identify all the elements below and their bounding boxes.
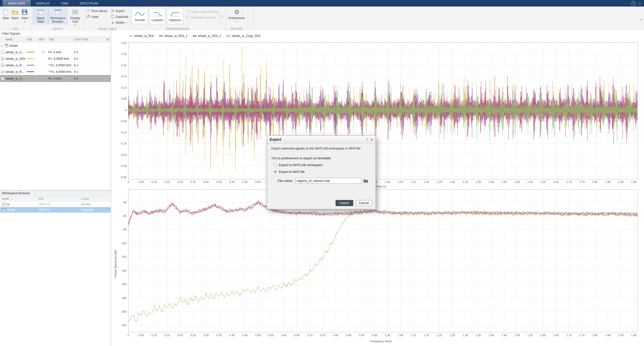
column-header-line[interactable]: LINE [27,38,39,41]
spectrum-plot-ylabel: Power Spectrum (dB) [114,250,117,278]
delete-button[interactable]: × Delete ▾ [111,20,128,25]
spectrum-plot-ticks: 00.050.100.150.200.250.300.350.400.450.5… [114,201,636,343]
signal-checkbox[interactable]: ✓ [1,64,4,67]
radio-selected-icon[interactable] [274,170,277,173]
gear-icon: ⚙ [234,8,239,16]
signal-checkbox[interactable]: ✓ [1,57,4,60]
info-icon[interactable]: ⓘ [42,50,45,54]
workspace-row[interactable]: w79572×1double [0,202,111,207]
file-name-input[interactable] [295,178,361,184]
column-header-time[interactable]: TIME [48,38,74,41]
signal-row[interactable]: ✓whale_w_ROIFs: 4.0000 kHz0 s [0,56,111,62]
signal-name: whale_w_C... [6,77,27,80]
radio-workspace-label: Export to MATLAB workspace [279,163,322,167]
svg-text:1.10: 1.10 [411,180,416,183]
help-icon[interactable]: ? [631,1,635,6]
radio-export-workspace[interactable]: Export to MATLAB workspace [274,163,372,167]
legend-label: whale_w_ROI_1 [165,34,188,38]
tab-analyzer[interactable]: ANALYZER [3,0,31,7]
legend-label: whale_w_Copy_ROI [232,34,260,38]
workspace-row[interactable]: whale79572×1timetable [0,207,111,213]
section-label-signal-table: SIGNAL TABLE [85,28,130,30]
smooth-button[interactable]: Smooth [132,8,148,24]
legend-swatch [193,35,197,36]
legend-item[interactable]: whale_w_ROI_1 [159,34,188,38]
cancel-button[interactable]: Cancel [356,200,372,206]
ws-column-class[interactable]: CLASS [81,197,111,200]
legend-item[interactable]: whale_w_Copy_ROI [226,34,260,38]
svg-text:0.60: 0.60 [281,334,287,337]
svg-text:1.05: 1.05 [398,334,403,337]
ws-column-size[interactable]: SIZE [38,197,81,200]
tab-display[interactable]: DISPLAY [31,0,55,7]
export-button[interactable]: Export [336,200,353,206]
signal-row[interactable]: ✓whale_w_R...* Fs: 4.0000 kHz0 s [0,62,111,69]
svg-text:1.20: 1.20 [437,334,442,337]
dialog-close-icon[interactable]: × [371,137,373,142]
smooth-icon [135,11,145,18]
window-layout-icon[interactable]: □ [638,2,640,5]
duplicate-button[interactable]: Duplicate [111,14,128,19]
signal-row[interactable]: ✓whale_w_C...Fs: 4 kHz0 s [0,75,111,82]
caret-down-icon: ▾ [126,22,127,24]
tab-spectrum[interactable]: SPECTRUM [74,0,104,7]
workspace-browser-toggle[interactable]: Workspace Browser [48,7,67,24]
display-grid-button[interactable]: Display Grid ▾ [67,7,83,27]
signal-start-time: 0 s [74,77,98,80]
export-dialog-titlebar[interactable]: Export ? × [267,136,376,143]
tabbar-right: ? □ [631,0,644,7]
signal-group-row[interactable]: ▸ whale [0,42,111,49]
column-header-info[interactable]: INFO [39,38,48,41]
svg-text:0.90: 0.90 [359,334,364,337]
time-plot-xlabel: Time (s) [376,185,386,188]
collapse-ribbon-icon[interactable]: ▴ [640,18,641,21]
tab-time[interactable]: TIME [55,0,74,7]
column-header-name[interactable]: NAME [0,38,27,41]
save-button[interactable]: Save ▾ [20,7,29,23]
signal-table-toggle[interactable]: Signal Table [33,7,48,24]
radio-unselected-icon[interactable] [274,163,277,167]
legend-item[interactable]: whale_w_ROI [129,34,154,38]
svg-text:1.80: 1.80 [592,334,597,337]
filter-signals-input[interactable] [0,31,111,37]
label-button[interactable]: Label [86,14,107,19]
signal-line-swatch [27,78,39,79]
open-button[interactable]: Open [10,7,20,21]
new-button[interactable]: New [2,7,10,21]
expand-arrow-icon[interactable]: ▸ [1,44,4,47]
browse-folder-icon[interactable] [364,179,368,183]
signal-row[interactable]: ✓whale_w_R...* Fs: 4.0000 kHz0 s [0,69,111,75]
svg-text:0.15: 0.15 [121,75,127,78]
caret-down-icon: ▾ [24,20,25,23]
plots-canvas[interactable]: 00.050.100.150.200.250.300.350.400.450.5… [111,31,644,346]
highpass-button[interactable]: Highpass [167,8,183,24]
workspace-size: 79572×1 [38,203,81,206]
signal-start-time: 0 s [74,57,98,61]
signal-row[interactable]: whale_w_C...ⓘFs: 4 kHz0 s [0,49,111,56]
preprocessing-gallery-expander[interactable]: ▾ [220,7,224,25]
table-settings-gear-icon[interactable]: ⚙ [106,38,111,41]
lowpass-button[interactable]: Lowpass [149,8,166,24]
column-header-start-time[interactable]: START TIME [74,38,98,41]
svg-text:0.40: 0.40 [229,334,234,337]
svg-text:0.70: 0.70 [307,334,312,337]
svg-text:0: 0 [125,109,127,112]
ribbon-section-layout: Signal Table Workspace Browser Display G… [31,7,85,31]
svg-text:1.15: 1.15 [424,334,429,337]
signal-start-time: 0 s [74,64,98,67]
signal-checkbox[interactable]: ✓ [1,70,4,73]
ws-column-name[interactable]: NAME▴ [0,197,38,200]
dialog-help-icon[interactable]: ? [364,138,371,141]
export-ribbon-button[interactable]: Export [111,9,128,14]
svg-text:0.05: 0.05 [139,180,144,183]
section-label-options: OPTIONS [226,28,248,30]
svg-text:-0.25: -0.25 [120,164,127,167]
radio-export-matfile[interactable]: Export to MAT-file [274,170,372,174]
signal-checkbox[interactable]: ✓ [1,77,4,80]
legend-item[interactable]: whale_w_ROI_2 [193,34,221,38]
time-values-button[interactable]: Time Values [86,9,107,14]
svg-text:0.15: 0.15 [165,180,170,183]
display-grid-icon [72,8,78,16]
signal-checkbox[interactable] [1,51,4,54]
preferences-button[interactable]: ⚙ Preferences ▾ [227,7,246,23]
